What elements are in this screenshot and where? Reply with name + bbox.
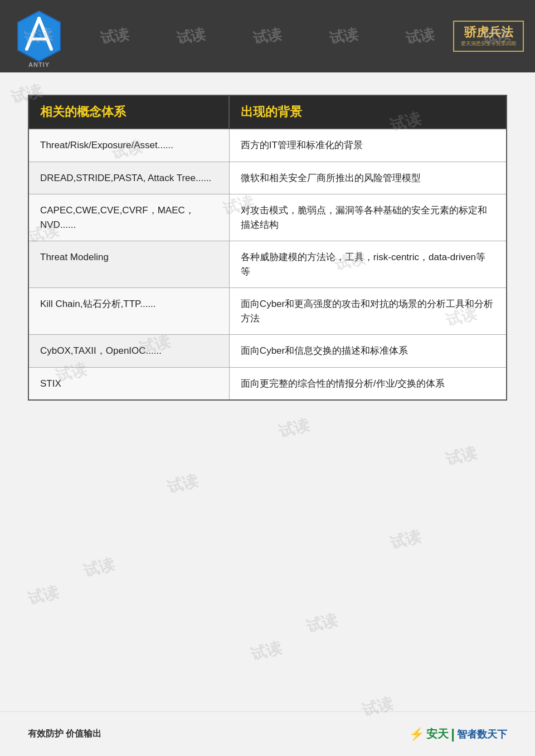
table-cell-concept: Threat/Risk/Exposure/Asset...... <box>28 129 229 162</box>
table-row: Threat/Risk/Exposure/Asset......西方的IT管理和… <box>28 129 507 162</box>
table-cell-context: 面向更完整的综合性的情报分析/作业/交换的体系 <box>229 367 507 400</box>
table-cell-context: 西方的IT管理和标准化的背景 <box>229 129 507 162</box>
footer-logo-sep: | <box>451 726 455 742</box>
col2-header: 出现的背景 <box>229 95 507 129</box>
concept-table: 相关的概念体系 出现的背景 Threat/Risk/Exposure/Asset… <box>28 95 507 401</box>
table-row: CAPEC,CWE,CVE,CVRF，MAEC，NVD......对攻击模式，脆… <box>28 194 507 241</box>
antiy-logo: ANTIY <box>11 8 67 64</box>
col1-header: 相关的概念体系 <box>28 95 229 129</box>
footer: 有效防护 价值输出 ⚡ 安天 | 智者数天下 <box>0 711 535 756</box>
antiy-label: ANTIY <box>28 61 50 68</box>
table-header-row: 相关的概念体系 出现的背景 <box>28 95 507 129</box>
table-row: DREAD,STRIDE,PASTA, Attack Tree......微软和… <box>28 162 507 194</box>
footer-tagline: 有效防护 价值输出 <box>28 728 101 740</box>
table-cell-context: 面向Cyber和信息交换的描述和标准体系 <box>229 335 507 368</box>
table-cell-concept: STIX <box>28 367 229 400</box>
footer-logo: ⚡ 安天 | 智者数天下 <box>409 726 507 742</box>
table-row: Threat Modeling各种威胁建模的方法论，工具，risk-centri… <box>28 241 507 288</box>
table-cell-concept: DREAD,STRIDE,PASTA, Attack Tree...... <box>28 162 229 194</box>
right-logo-box: 骄虎兵法 爱天洞悉安全令营第四期 <box>453 21 524 52</box>
table-cell-concept: CAPEC,CWE,CVE,CVRF，MAEC，NVD...... <box>28 194 229 241</box>
table-cell-context: 微软和相关安全厂商所推出的风险管理模型 <box>229 162 507 194</box>
table-row: CybOX,TAXII，OpenIOC......面向Cyber和信息交换的描述… <box>28 335 507 368</box>
table-row: Kill Chain,钻石分析,TTP......面向Cyber和更高强度的攻击… <box>28 288 507 335</box>
table-cell-context: 各种威胁建模的方法论，工具，risk-centric，data-driven等等 <box>229 241 507 288</box>
table-cell-context: 对攻击模式，脆弱点，漏洞等各种基础的安全元素的标定和描述结构 <box>229 194 507 241</box>
table-cell-concept: Kill Chain,钻石分析,TTP...... <box>28 288 229 335</box>
header: ANTIY 试读 试读 试读 试读 试读 试读 试读 骄虎兵法 爱天洞悉安全令营… <box>0 0 535 72</box>
footer-logo-part1: 安天 <box>426 726 449 742</box>
header-wm-4: 试读 <box>251 24 283 48</box>
header-wm-5: 试读 <box>328 24 359 48</box>
footer-logo-part2: 智者数天下 <box>457 728 507 741</box>
table-cell-concept: CybOX,TAXII，OpenIOC...... <box>28 335 229 368</box>
header-wm-3: 试读 <box>175 24 207 48</box>
footer-lightning-icon: ⚡ <box>409 727 424 742</box>
header-wm-2: 试读 <box>99 24 130 48</box>
table-cell-context: 面向Cyber和更高强度的攻击和对抗的场景的分析工具和分析方法 <box>229 288 507 335</box>
main-content: 相关的概念体系 出现的背景 Threat/Risk/Exposure/Asset… <box>0 72 535 713</box>
table-row: STIX面向更完整的综合性的情报分析/作业/交换的体系 <box>28 367 507 400</box>
right-logo-subtitle: 爱天洞悉安全令营第四期 <box>461 41 516 47</box>
table-cell-concept: Threat Modeling <box>28 241 229 288</box>
header-wm-6: 试读 <box>405 24 436 48</box>
right-logo-title: 骄虎兵法 <box>464 26 513 38</box>
